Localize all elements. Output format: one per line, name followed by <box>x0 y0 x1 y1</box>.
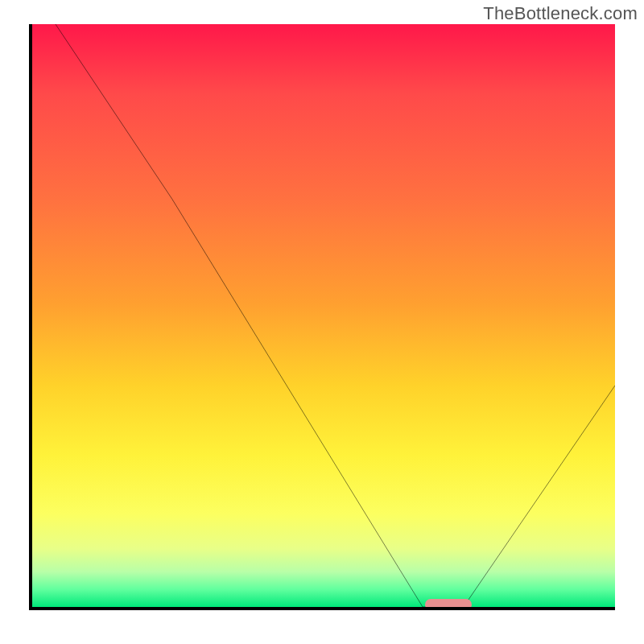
curve-path <box>56 24 615 607</box>
watermark-text: TheBottleneck.com <box>483 3 638 24</box>
bottleneck-curve <box>32 24 615 607</box>
plot-area <box>29 24 615 610</box>
optimal-range-marker <box>425 599 472 610</box>
chart-container: TheBottleneck.com <box>0 0 644 644</box>
